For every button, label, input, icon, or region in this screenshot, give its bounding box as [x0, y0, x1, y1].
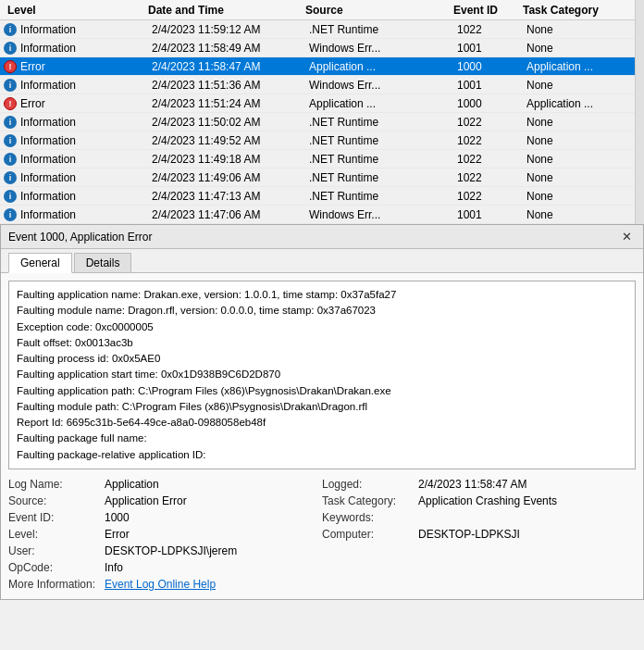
cell-eventid: 1022 — [453, 23, 523, 36]
meta-opcode: OpCode: Info — [8, 560, 322, 575]
error-text-box: Faulting application name: Drakan.exe, v… — [8, 281, 636, 469]
cell-source: .NET Runtime — [305, 190, 453, 203]
col-header-source: Source — [305, 4, 453, 17]
table-row[interactable]: iInformation2/4/2023 11:51:36 AMWindows … — [0, 76, 644, 94]
task-category-value: Application Crashing Events — [418, 494, 557, 507]
cell-level: iInformation — [0, 190, 148, 203]
close-icon[interactable]: ✕ — [618, 231, 636, 243]
level-value: Error — [105, 528, 130, 541]
cell-taskcategory: None — [523, 190, 625, 203]
info-icon: i — [4, 23, 17, 36]
meta-more-info: More Information: Event Log Online Help — [8, 577, 322, 592]
info-icon: i — [4, 79, 17, 92]
info-icon: i — [4, 116, 17, 129]
col-header-datetime: Date and Time — [148, 4, 305, 17]
detail-titlebar: Event 1000, Application Error ✕ — [1, 225, 643, 249]
scrollbar[interactable] — [635, 0, 644, 224]
table-row[interactable]: !Error2/4/2023 11:58:47 AMApplication ..… — [0, 57, 644, 76]
cell-eventid: 1001 — [453, 79, 523, 92]
log-name-label: Log Name: — [8, 478, 101, 491]
table-row[interactable]: iInformation2/4/2023 11:49:06 AM.NET Run… — [0, 169, 644, 187]
cell-source: .NET Runtime — [305, 134, 453, 147]
cell-datetime: 2/4/2023 11:47:06 AM — [148, 208, 305, 221]
meta-user: User: DESKTOP-LDPKSJI\jerem — [8, 544, 322, 558]
level-text: Information — [20, 23, 76, 36]
info-icon: i — [4, 153, 17, 166]
cell-source: .NET Runtime — [305, 23, 453, 36]
info-icon: i — [4, 171, 17, 184]
opcode-value: Info — [105, 561, 123, 574]
cell-level: iInformation — [0, 79, 148, 92]
level-text: Error — [20, 97, 45, 110]
more-info-link[interactable]: Event Log Online Help — [105, 578, 216, 591]
table-row[interactable]: iInformation2/4/2023 11:47:06 AMWindows … — [0, 206, 644, 224]
cell-datetime: 2/4/2023 11:47:13 AM — [148, 190, 305, 203]
level-text: Information — [20, 171, 76, 184]
cell-datetime: 2/4/2023 11:58:47 AM — [148, 60, 305, 73]
cell-eventid: 1022 — [453, 116, 523, 129]
table-row[interactable]: iInformation2/4/2023 11:50:02 AM.NET Run… — [0, 113, 644, 131]
cell-eventid: 1022 — [453, 153, 523, 166]
level-text: Information — [20, 79, 76, 92]
table-row[interactable]: !Error2/4/2023 11:51:24 AMApplication ..… — [0, 94, 644, 113]
source-value: Application Error — [105, 494, 187, 507]
keywords-label: Keywords: — [322, 511, 415, 524]
detail-panel: Event 1000, Application Error ✕ General … — [0, 224, 644, 600]
meta-task-category: Task Category: Application Crashing Even… — [322, 494, 636, 508]
col-header-level: Level — [0, 4, 148, 17]
level-text: Information — [20, 42, 76, 55]
cell-taskcategory: None — [523, 42, 625, 55]
level-text: Information — [20, 208, 76, 221]
cell-datetime: 2/4/2023 11:51:36 AM — [148, 79, 305, 92]
meta-logged: Logged: 2/4/2023 11:58:47 AM — [322, 477, 636, 492]
computer-label: Computer: — [322, 528, 415, 541]
cell-level: iInformation — [0, 134, 148, 147]
logged-label: Logged: — [322, 478, 415, 491]
table-body: iInformation2/4/2023 11:59:12 AM.NET Run… — [0, 20, 644, 224]
cell-taskcategory: Application ... — [523, 60, 625, 73]
level-text: Information — [20, 153, 76, 166]
detail-title: Event 1000, Application Error — [8, 231, 152, 244]
info-icon: i — [4, 208, 17, 221]
meta-grid: Log Name: Application Source: Applicatio… — [8, 477, 636, 592]
level-text: Information — [20, 116, 76, 129]
opcode-label: OpCode: — [8, 561, 101, 574]
cell-eventid: 1001 — [453, 42, 523, 55]
cell-taskcategory: None — [523, 79, 625, 92]
col-header-taskcategory: Task Category — [523, 4, 625, 17]
col-header-eventid: Event ID — [453, 4, 523, 17]
level-label: Level: — [8, 528, 101, 541]
table-row[interactable]: iInformation2/4/2023 11:59:12 AM.NET Run… — [0, 20, 644, 39]
cell-eventid: 1022 — [453, 134, 523, 147]
cell-source: Application ... — [305, 60, 453, 73]
cell-source: Windows Err... — [305, 42, 453, 55]
table-row[interactable]: iInformation2/4/2023 11:49:52 AM.NET Run… — [0, 131, 644, 150]
cell-taskcategory: None — [523, 153, 625, 166]
cell-eventid: 1000 — [453, 97, 523, 110]
meta-col-left: Log Name: Application Source: Applicatio… — [8, 477, 322, 592]
table-row[interactable]: iInformation2/4/2023 11:58:49 AMWindows … — [0, 39, 644, 57]
user-label: User: — [8, 544, 101, 557]
cell-eventid: 1022 — [453, 171, 523, 184]
log-name-value: Application — [105, 478, 159, 491]
cell-level: iInformation — [0, 23, 148, 36]
cell-eventid: 1022 — [453, 190, 523, 203]
cell-source: Windows Err... — [305, 79, 453, 92]
table-row[interactable]: iInformation2/4/2023 11:49:18 AM.NET Run… — [0, 150, 644, 169]
cell-level: iInformation — [0, 171, 148, 184]
cell-level: !Error — [0, 60, 148, 73]
cell-taskcategory: None — [523, 208, 625, 221]
event-id-value: 1000 — [105, 511, 130, 524]
cell-datetime: 2/4/2023 11:59:12 AM — [148, 23, 305, 36]
meta-source: Source: Application Error — [8, 494, 322, 508]
cell-datetime: 2/4/2023 11:58:49 AM — [148, 42, 305, 55]
user-value: DESKTOP-LDPKSJI\jerem — [105, 544, 237, 557]
cell-source: .NET Runtime — [305, 116, 453, 129]
event-id-label: Event ID: — [8, 511, 101, 524]
tab-details[interactable]: Details — [74, 253, 132, 272]
cell-level: iInformation — [0, 153, 148, 166]
meta-event-id: Event ID: 1000 — [8, 510, 322, 525]
tab-general[interactable]: General — [8, 253, 72, 273]
table-row[interactable]: iInformation2/4/2023 11:47:13 AM.NET Run… — [0, 187, 644, 206]
cell-datetime: 2/4/2023 11:51:24 AM — [148, 97, 305, 110]
